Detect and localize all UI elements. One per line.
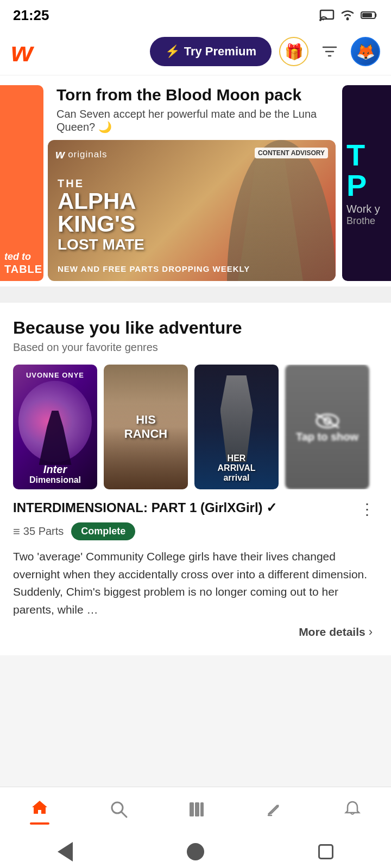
book3-title: HERARRIVALarrival	[194, 454, 279, 483]
book-cover-1[interactable]: UVONNE ONYE Inter Dimensional	[13, 365, 97, 489]
header: w ⚡ Try Premium 🎁 🦊	[0, 28, 391, 75]
book-cover-4[interactable]: Tap to show	[285, 365, 369, 489]
bell-icon	[344, 800, 361, 823]
more-details-arrow: ›	[369, 625, 373, 639]
book-cover-3[interactable]: HERARRIVALarrival	[194, 365, 279, 489]
featured-right-card[interactable]: T P Work y Brothe	[342, 85, 391, 281]
featured-scroll: ted to TABLE Torn from the Blood Moon pa…	[0, 85, 391, 281]
banner-lost-mate: LOST MATE	[58, 235, 144, 254]
svg-line-12	[121, 812, 127, 817]
premium-label: Try Premium	[184, 44, 256, 59]
hidden-eye-icon	[313, 411, 342, 431]
app-logo[interactable]: w	[11, 37, 33, 66]
cast-icon	[319, 9, 335, 21]
nav-active-indicator	[30, 822, 49, 825]
banner-alpha: ALPHA	[58, 190, 144, 213]
bottom-nav	[0, 787, 391, 835]
svg-rect-13	[190, 802, 194, 816]
featured-left-card[interactable]: ted to TABLE	[0, 85, 43, 281]
banner-originals: w originals	[55, 148, 107, 162]
partial-left-bottom: TABLE	[4, 263, 39, 276]
avatar-icon: 🦊	[356, 43, 375, 61]
book-meta: ≡ 35 Parts Complete	[13, 522, 378, 540]
svg-rect-15	[200, 802, 204, 816]
tap-overlay[interactable]: Tap to show	[285, 365, 369, 489]
featured-banner[interactable]: w originals CONTENT ADVISORY THE ALPHA K…	[48, 140, 336, 281]
svg-rect-4	[362, 13, 372, 17]
content-advisory-badge: CONTENT ADVISORY	[255, 148, 328, 158]
featured-row: ted to TABLE Torn from the Blood Moon pa…	[0, 75, 391, 286]
books-row: UVONNE ONYE Inter Dimensional HIS RANCH …	[13, 365, 378, 489]
gift-button[interactable]: 🎁	[279, 37, 308, 66]
section-divider	[0, 286, 391, 303]
partial-left-top: ted to	[4, 251, 39, 263]
featured-main-card[interactable]: Torn from the Blood Moon pack Can Seven …	[48, 85, 338, 281]
home-system-icon	[187, 843, 204, 860]
book1-dimensional: Dimensional	[13, 475, 97, 485]
banner-man-figure	[227, 140, 336, 281]
back-button[interactable]	[54, 841, 76, 863]
svg-point-1	[319, 19, 321, 21]
featured-subtitle: Can Seven accept her powerful mate and b…	[56, 108, 329, 133]
bolt-icon: ⚡	[165, 44, 180, 59]
recents-button[interactable]	[315, 841, 337, 863]
battery-icon	[361, 10, 378, 20]
partial-right-T: T	[346, 140, 387, 170]
book-cover-2[interactable]: HIS RANCH	[104, 365, 188, 489]
book-title-row: INTERDIMENSIONAL: PART 1 (GirlXGirl) ✓ ⋮	[13, 500, 378, 518]
parts-count: ≡ 35 Parts	[13, 525, 64, 539]
status-icons	[319, 9, 378, 21]
partial-right-P: P	[346, 170, 387, 201]
featured-title: Torn from the Blood Moon pack	[56, 85, 329, 105]
banner-title-block: THE ALPHA KING'S LOST MATE	[58, 177, 144, 254]
nav-write[interactable]	[254, 796, 294, 827]
nav-notifications[interactable]	[333, 796, 372, 827]
nav-home[interactable]	[19, 794, 60, 829]
gift-icon: 🎁	[285, 43, 304, 61]
premium-button[interactable]: ⚡ Try Premium	[150, 37, 272, 66]
nav-search[interactable]	[99, 796, 139, 827]
book-info: INTERDIMENSIONAL: PART 1 (GirlXGirl) ✓ ⋮…	[13, 500, 378, 644]
more-menu-button[interactable]: ⋮	[356, 500, 378, 518]
more-details-link[interactable]: More details	[299, 626, 365, 639]
svg-rect-14	[195, 802, 199, 816]
nav-library[interactable]	[178, 796, 216, 827]
parts-icon: ≡	[13, 525, 20, 539]
home-icon	[30, 799, 49, 820]
partial-right-brother: Brothe	[346, 215, 387, 227]
write-icon	[265, 800, 283, 823]
parts-number: 35 Parts	[23, 525, 64, 538]
banner-originals-text: originals	[68, 149, 107, 160]
svg-rect-0	[320, 10, 333, 19]
adventure-section: Because you like adventure Based on your…	[0, 303, 391, 655]
tap-to-show-label: Tap to show	[296, 431, 358, 443]
book1-title: Inter Dimensional	[13, 463, 97, 485]
book1-inter: Inter	[13, 463, 97, 475]
filter-button[interactable]	[316, 38, 343, 65]
back-icon	[58, 842, 73, 861]
book2-title: HIS RANCH	[124, 413, 167, 441]
wifi-icon	[340, 9, 355, 21]
banner-subtext: NEW AND FREE PARTS DROPPING WEEKLY	[58, 264, 250, 273]
library-icon	[188, 800, 205, 823]
banner-kings: KING'S	[58, 213, 144, 235]
more-details-row: More details ›	[13, 625, 378, 639]
recents-icon	[318, 844, 333, 859]
home-button[interactable]	[185, 841, 206, 863]
book3-figure	[220, 375, 253, 462]
banner-w-logo: w	[55, 148, 65, 162]
partial-right-work: Work y	[346, 203, 387, 215]
featured-text-block: Torn from the Blood Moon pack Can Seven …	[48, 85, 338, 140]
book-main-title: INTERDIMENSIONAL: PART 1 (GirlXGirl) ✓	[13, 500, 356, 515]
complete-badge: Complete	[71, 522, 135, 540]
status-time: 21:25	[13, 7, 49, 24]
section-title: Because you like adventure	[13, 318, 378, 338]
search-icon	[110, 800, 128, 823]
svg-point-2	[346, 18, 349, 21]
book-description: Two 'average' Community College girls ha…	[13, 548, 378, 618]
avatar-button[interactable]: 🦊	[351, 37, 380, 66]
system-nav	[0, 835, 391, 868]
book1-author: UVONNE ONYE	[13, 371, 97, 379]
section-subtitle: Based on your favorite genres	[13, 341, 378, 354]
filter-icon	[321, 44, 338, 59]
